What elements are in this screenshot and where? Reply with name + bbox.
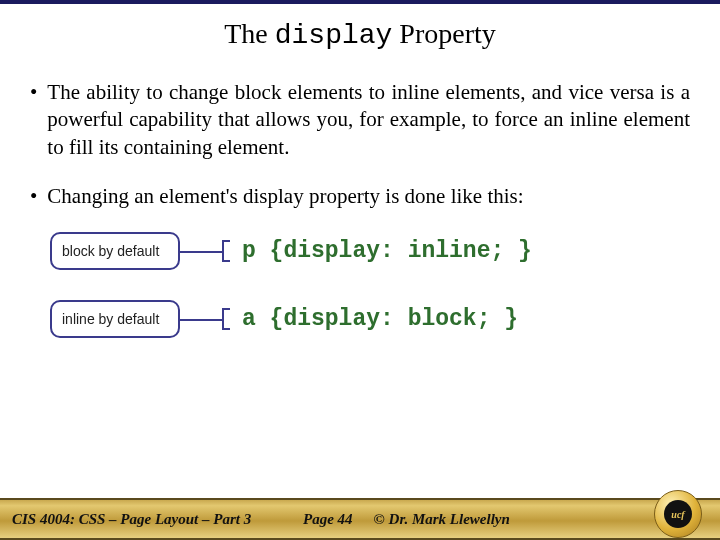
ucf-seal-icon: ucf <box>654 490 702 538</box>
example-code: p {display: inline; } <box>242 238 532 264</box>
examples: block by default p {display: inline; } i… <box>50 232 690 338</box>
connector-icon <box>180 308 230 330</box>
example-label-box: block by default <box>50 232 180 270</box>
bullet-text: The ability to change block elements to … <box>47 79 690 161</box>
footer-author: © Dr. Mark Llewellyn <box>374 511 510 528</box>
footer-course: CIS 4004: CSS – Page Layout – Part 3 <box>8 511 251 528</box>
example-code: a {display: block; } <box>242 306 518 332</box>
footer: CIS 4004: CSS – Page Layout – Part 3 Pag… <box>0 498 720 540</box>
example-row: block by default p {display: inline; } <box>50 232 690 270</box>
slide-title: The display Property <box>0 18 720 51</box>
title-code: display <box>275 20 393 51</box>
title-pre: The <box>224 18 275 49</box>
example-label-box: inline by default <box>50 300 180 338</box>
seal-text: ucf <box>664 500 692 528</box>
bullet-item: • The ability to change block elements t… <box>30 79 690 161</box>
bullet-dot: • <box>30 183 37 210</box>
slide-content: • The ability to change block elements t… <box>0 79 720 338</box>
example-label: block by default <box>62 243 159 259</box>
bullet-dot: • <box>30 79 37 161</box>
title-post: Property <box>392 18 495 49</box>
footer-page: Page 44 <box>303 511 353 528</box>
connector-icon <box>180 240 230 262</box>
bullet-text: Changing an element's display property i… <box>47 183 690 210</box>
footer-content: CIS 4004: CSS – Page Layout – Part 3 Pag… <box>0 511 720 528</box>
bullet-item: • Changing an element's display property… <box>30 183 690 210</box>
example-row: inline by default a {display: block; } <box>50 300 690 338</box>
top-border <box>0 0 720 4</box>
example-label: inline by default <box>62 311 159 327</box>
